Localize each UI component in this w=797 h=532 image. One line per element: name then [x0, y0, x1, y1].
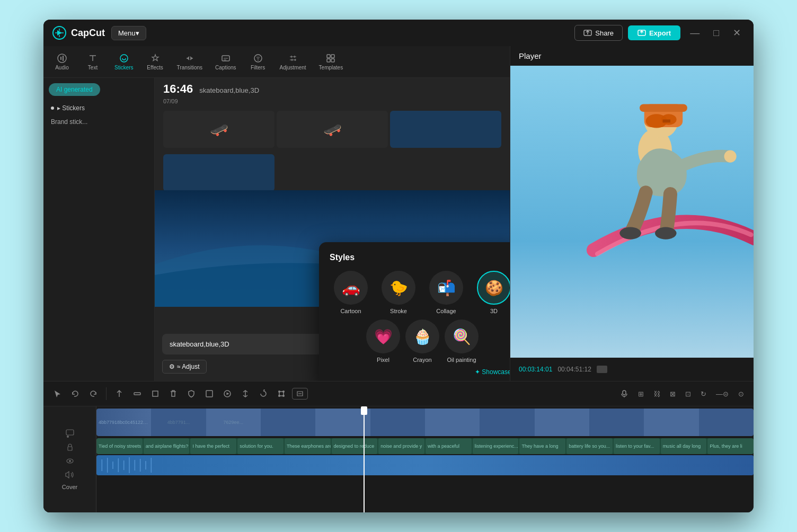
cursor-icon [53, 389, 61, 398]
play-icon [223, 389, 232, 398]
pro-button[interactable] [292, 388, 308, 400]
sticker-item-4[interactable] [163, 154, 274, 191]
sticker-item-3[interactable] [390, 111, 501, 148]
tool-captions[interactable]: Captions [210, 50, 241, 74]
editor-area: 16:46 skateboard,blue,3D 07/09 🛹 🛹 [155, 78, 510, 381]
sticker-date: 07/09 [155, 98, 510, 109]
transform-button[interactable] [274, 387, 289, 400]
svg-rect-6 [327, 55, 330, 58]
audio-record-button[interactable] [617, 387, 632, 400]
effects-icon [150, 53, 161, 64]
select-tool-button[interactable] [50, 387, 65, 400]
collage-icon-wrap: 📬 [429, 271, 463, 305]
frame-button[interactable] [202, 387, 217, 400]
svg-rect-21 [134, 393, 140, 395]
stickers-icon [119, 53, 129, 64]
tool-adjustment[interactable]: Adjustment [274, 50, 312, 74]
sidebar-brand[interactable]: Brand stick... [49, 115, 149, 129]
tool-text[interactable]: Text [78, 50, 107, 74]
logo: CapCut [52, 25, 105, 40]
flip-button[interactable] [238, 387, 253, 400]
app-window: CapCut Menu▾ Share Export — [43, 20, 754, 512]
svg-rect-8 [327, 59, 330, 62]
speed-button[interactable]: —⊝ [713, 388, 732, 400]
loop-button[interactable]: ↻ [697, 388, 710, 400]
waveform-svg [96, 455, 754, 475]
sticker-grid: 🛹 🛹 [155, 109, 510, 150]
title-bar-left: CapCut Menu▾ [52, 25, 146, 40]
eye-icon [65, 456, 75, 466]
rotate-icon [259, 389, 268, 398]
shield-button[interactable] [184, 387, 199, 400]
tool-effects[interactable]: Effects [141, 50, 170, 74]
delete-button[interactable] [166, 387, 181, 400]
showcase-link[interactable]: ✦ Showcase › [475, 368, 510, 376]
minimize-button[interactable]: — [686, 25, 704, 41]
timeline-playhead[interactable] [364, 406, 365, 512]
style-stroke[interactable]: 🐤 Stroke [377, 271, 420, 314]
tool-audio[interactable]: Audio [48, 50, 76, 74]
style-3d[interactable]: 🍪 3D [473, 271, 510, 314]
timeline-left: Cover [43, 406, 96, 512]
adjust-button[interactable]: ⚙ ≈ Adjust [162, 360, 207, 374]
video-track: 4bb77918bc0c451228811f4e 4bb7791... 7629… [96, 409, 754, 436]
link-button[interactable]: ⛓ [650, 388, 663, 400]
timer-button[interactable]: ⊙ [735, 388, 747, 400]
maximize-button[interactable]: □ [709, 25, 723, 41]
export-button[interactable]: Export [628, 25, 680, 40]
split-button[interactable] [112, 387, 127, 400]
playhead-handle[interactable] [361, 406, 367, 415]
sticker-header: 16:46 skateboard,blue,3D [155, 78, 510, 98]
style-collage[interactable]: 📬 Collage [425, 271, 467, 314]
collage-label: Collage [436, 308, 456, 314]
svg-point-20 [655, 227, 677, 240]
match-cut-button[interactable]: ⊞ [635, 388, 647, 400]
close-button[interactable]: ✕ [729, 25, 745, 41]
style-cartoon[interactable]: 🚗 Cartoon [330, 271, 372, 314]
crop-icon [151, 389, 160, 398]
redo-icon [89, 389, 98, 398]
join-button[interactable]: ⊠ [667, 388, 679, 400]
tool-templates[interactable]: Templates [314, 50, 349, 74]
adjustment-icon [288, 53, 298, 64]
tool-stickers[interactable]: Stickers [109, 50, 139, 74]
svg-point-34 [69, 460, 71, 462]
tool-transitions[interactable]: Transitions [172, 50, 208, 74]
svg-point-3 [120, 55, 128, 62]
sidebar-ai-generated[interactable]: AI generated [49, 83, 100, 96]
share-button[interactable]: Share [574, 25, 623, 41]
sticker-item-1[interactable]: 🛹 [163, 111, 274, 148]
cartoon-icon-wrap: 🚗 [334, 271, 368, 305]
undo-button[interactable] [68, 387, 83, 400]
sticker-time: 16:46 [163, 82, 193, 96]
filters-icon [253, 53, 263, 64]
sticker-grid-row2 [155, 152, 510, 193]
menu-button[interactable]: Menu▾ [111, 26, 146, 40]
player-grid-view[interactable] [597, 366, 607, 373]
text-track: Tied of noisy streets and airplane fligh… [96, 438, 754, 454]
svg-point-2 [58, 54, 66, 63]
pixel-label: Pixel [377, 357, 389, 363]
toolbar-separator-1 [106, 387, 107, 400]
sidebar-stickers[interactable]: ▸ Stickers [49, 101, 149, 115]
text-icon [87, 53, 98, 64]
detach-button[interactable]: ⊡ [682, 388, 694, 400]
svg-point-26 [282, 391, 285, 393]
style-oil-painting[interactable]: 🍭 Oil painting [445, 320, 479, 363]
trim-button[interactable] [130, 387, 145, 400]
tool-filters[interactable]: Filters [244, 50, 272, 74]
style-crayon[interactable]: 🧁 Crayon [405, 320, 439, 363]
crop-button[interactable] [148, 387, 163, 400]
sticker-item-2[interactable]: 🛹 [277, 111, 388, 148]
svg-point-18 [724, 150, 737, 163]
player-viewport [510, 66, 754, 358]
play-button[interactable] [220, 387, 235, 400]
rotate-button[interactable] [256, 387, 271, 400]
redo-button[interactable] [86, 387, 101, 400]
audio-track-icon [65, 470, 75, 480]
style-pixel[interactable]: 💗 Pixel [366, 320, 400, 363]
svg-point-25 [278, 391, 280, 393]
svg-rect-17 [663, 120, 671, 123]
svg-rect-9 [331, 59, 334, 62]
crayon-icon-wrap: 🧁 [405, 320, 439, 353]
